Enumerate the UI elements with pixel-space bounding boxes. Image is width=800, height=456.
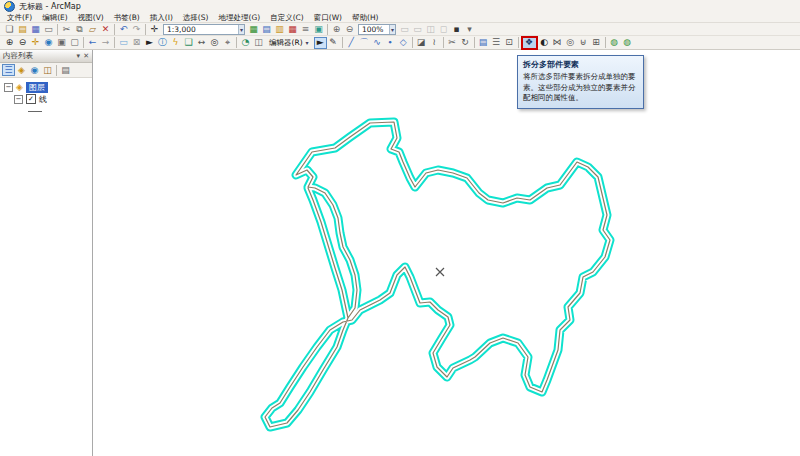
full-extent-button[interactable]: ◉ [42,37,55,49]
pan-zoom-dropdown-button[interactable]: ✛ [148,23,161,35]
map-view[interactable] [93,50,800,456]
midpoint-tool[interactable]: ∙ [384,37,397,49]
fixed-zoom-out-button[interactable]: ▢ [68,37,81,49]
print-button[interactable]: ▭ [42,23,55,35]
pin-icon[interactable]: ▾ [77,53,81,60]
measure-tool[interactable]: ↔ [195,37,208,49]
menu-insert[interactable]: 插入(I) [146,13,177,23]
layers-group-label[interactable]: 图层 [26,82,48,93]
find-tool[interactable]: ◎ [208,37,221,49]
zoom-out-page-button[interactable]: ⊖ [343,23,356,35]
paste-button[interactable]: ▱ [86,23,99,35]
attributes-button[interactable]: ▤ [477,37,490,49]
split-tool[interactable]: ✂ [446,37,459,49]
cut-polygons-tool[interactable]: ◪ [415,37,428,49]
go-to-xy-tool[interactable]: ⌖ [221,37,234,49]
arctoolbox-window-button[interactable]: ▦ [286,23,299,35]
forward-extent-button[interactable]: → [99,37,112,49]
intersection-tool[interactable]: ◇ [397,37,410,49]
identify-tool[interactable]: ⓘ [156,37,169,49]
collapse-icon[interactable]: − [4,83,13,92]
hyperlink-tool[interactable]: ϟ [169,37,182,49]
line-layer-label[interactable]: 线 [39,94,47,105]
line-symbol-swatch[interactable] [28,111,42,112]
validate-features-button[interactable]: ⊞ [590,37,603,49]
table-window-button[interactable]: ▤ [260,23,273,35]
close-icon[interactable]: ✕ [83,53,89,60]
select-features-dropdown-button[interactable]: ▭ [117,37,130,49]
zoom-whole-page-button[interactable]: ▭ [398,23,411,35]
endpoint-arc-tool[interactable]: ⌒ [358,37,371,49]
menu-help[interactable]: 帮助(H) [348,13,383,23]
toc-line-symbol-row[interactable] [4,105,92,117]
sketch-properties-button[interactable]: ☰ [490,37,503,49]
zoom-in-tool[interactable]: ⊕ [3,37,16,49]
reshape-feature-tool[interactable]: ≀ [428,37,441,49]
edit-tool[interactable]: ► [314,37,327,49]
fixed-zoom-in-button[interactable]: ▣ [55,37,68,49]
toc-layers-group-row[interactable]: − ◈ 图层 [4,81,92,93]
list-by-source-button[interactable]: ◈ [15,64,28,76]
cut-button[interactable]: ✂ [60,23,73,35]
copy-button[interactable]: ⧉ [73,23,86,35]
map-scale-combo[interactable]: 1:3,000▾ [163,24,245,35]
collapse-icon[interactable]: − [14,95,23,104]
focus-dataframe-icon: ◻ [440,25,447,34]
layout-options-button[interactable]: ▪ [450,23,463,35]
menu-customize[interactable]: 自定义(C) [266,13,308,23]
save-button[interactable]: ▦ [29,23,42,35]
zoom-out-tool[interactable]: ⊖ [16,37,29,49]
editor-toolbar-toggle-button[interactable]: ▦ [247,23,260,35]
topology-button[interactable]: ◍ [608,37,621,49]
list-by-selection-button[interactable]: ◫ [41,64,54,76]
undo-button[interactable]: ↶ [117,23,130,35]
viewer-window-button[interactable]: ◫ [252,37,265,49]
straight-segment-tool[interactable]: ╱ [345,37,358,49]
menu-view[interactable]: 视图(V) [74,13,108,23]
select-elements-tool[interactable]: ► [143,37,156,49]
focus-dataframe-button[interactable]: ◻ [437,23,450,35]
modelbuilder-window-button[interactable]: ▣ [312,23,325,35]
catalog-window-button[interactable]: ▥ [273,23,286,35]
menu-bookmarks[interactable]: 书签(B) [110,13,144,23]
menu-selection[interactable]: 选择(S) [179,13,213,23]
list-by-visibility-button[interactable]: ◉ [28,64,41,76]
editor-menu-button[interactable]: 编辑器(R)▾ [265,36,314,50]
construct-features-button[interactable]: ◐ [538,37,551,49]
zoom-page-width-button[interactable]: ▭ [411,23,424,35]
redo-button[interactable]: ↷ [130,23,143,35]
page-zoom-combo[interactable]: 100%▾ [358,24,396,35]
delete-icon: ✕ [102,25,110,34]
clear-selection-button[interactable]: ⊠ [130,37,143,49]
merge-features-button[interactable]: ⋈ [551,37,564,49]
new-document-button[interactable]: ❏ [3,23,16,35]
edit-annotation-tool[interactable]: ✎ [327,37,340,49]
layer-visibility-checkbox[interactable]: ✓ [26,94,36,104]
toc-line-layer-row[interactable]: − ✓ 线 [4,93,92,105]
union-features-button[interactable]: ⊎ [577,37,590,49]
toc-options-button[interactable]: ▤ [59,64,72,76]
menu-window[interactable]: 窗口(W) [310,13,346,23]
pan-tool[interactable]: ✛ [29,37,42,49]
buffer-features-button[interactable]: ◎ [564,37,577,49]
menu-geoprocessing[interactable]: 地理处理(G) [214,13,264,23]
time-slider-button[interactable]: ◔ [239,37,252,49]
python-window-button[interactable]: ≡ [299,23,312,35]
toolbar-overflow-button[interactable]: ▾ [463,23,476,35]
delete-button[interactable]: ✕ [99,23,112,35]
page-zoom-combo-dropdown-icon[interactable]: ▾ [389,25,395,34]
menu-edit[interactable]: 编辑(E) [38,13,72,23]
list-by-drawing-order-button[interactable]: ☰ [2,64,15,76]
back-extent-button[interactable]: ← [86,37,99,49]
toggle-draft-mode-button[interactable]: ◫ [424,23,437,35]
error-inspector-button[interactable]: ⊡ [503,37,516,49]
map-scale-combo-dropdown-icon[interactable]: ▾ [238,25,244,34]
snapping-button[interactable]: ◍ [621,37,634,49]
rotate-tool[interactable]: ↻ [459,37,472,49]
html-popup-tool[interactable]: ❑ [182,37,195,49]
zoom-in-page-button[interactable]: ⊕ [330,23,343,35]
trace-tool[interactable]: ∿ [371,37,384,49]
open-document-button[interactable]: ▤ [16,23,29,35]
explode-multipart-feature-button[interactable]: ❖ [521,36,538,50]
menu-file[interactable]: 文件(F) [3,13,36,23]
